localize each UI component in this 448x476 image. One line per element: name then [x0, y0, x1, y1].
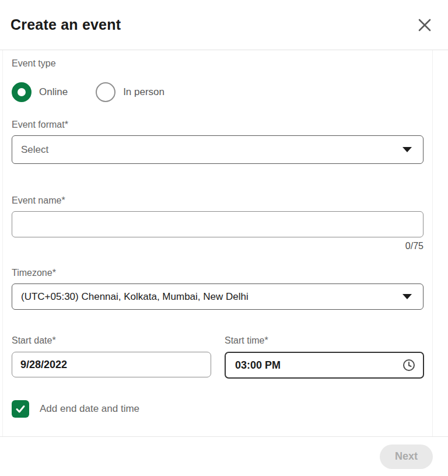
- field-start-datetime: Start date* Start time* 03:00 PM: [12, 335, 424, 379]
- start-time-value: 03:00 PM: [235, 359, 281, 372]
- start-date-label: Start date*: [12, 335, 211, 346]
- event-format-label: Event format*: [12, 120, 424, 130]
- event-name-label: Event name*: [12, 195, 424, 206]
- radio-option-in-person-label: In person: [123, 86, 164, 98]
- modal-footer: Next: [0, 436, 448, 476]
- event-type-radio-group: Online In person: [12, 82, 424, 102]
- end-datetime-checkbox[interactable]: [12, 400, 29, 418]
- clock-icon[interactable]: [402, 359, 415, 372]
- close-icon: [417, 18, 432, 33]
- field-timezone: Timezone* (UTC+05:30) Chennai, Kolkata, …: [12, 268, 424, 310]
- char-counter: 0/75: [12, 241, 424, 251]
- modal-header: Create an event: [0, 0, 448, 50]
- radio-option-in-person[interactable]: In person: [96, 82, 164, 102]
- radio-selected-icon: [12, 82, 32, 102]
- create-event-modal: Create an event Event type Online: [0, 0, 448, 476]
- caret-down-icon: [402, 294, 412, 299]
- event-format-select-value: Select: [21, 144, 48, 156]
- next-button[interactable]: Next: [380, 444, 433, 469]
- event-format-select[interactable]: Select: [12, 135, 424, 164]
- radio-option-online-label: Online: [39, 86, 68, 98]
- event-type-label: Event type: [12, 58, 424, 69]
- field-event-name: Event name* 0/75: [12, 195, 424, 251]
- field-end-datetime-toggle: Add end date and time: [12, 400, 424, 418]
- close-button[interactable]: [413, 13, 436, 37]
- checkmark-icon: [15, 403, 26, 415]
- field-event-type: Event type Online In person: [12, 58, 424, 102]
- radio-option-online[interactable]: Online: [12, 82, 68, 102]
- modal-content: Event type Online In person Event format…: [2, 50, 433, 436]
- timezone-select-value: (UTC+05:30) Chennai, Kolkata, Mumbai, Ne…: [21, 291, 249, 303]
- start-time-label: Start time*: [225, 335, 424, 346]
- modal-title: Create an event: [10, 16, 121, 33]
- timezone-select[interactable]: (UTC+05:30) Chennai, Kolkata, Mumbai, Ne…: [12, 284, 424, 310]
- start-date-input[interactable]: [12, 352, 211, 377]
- field-event-format: Event format* Select: [12, 120, 424, 164]
- start-time-column: Start time* 03:00 PM: [225, 335, 424, 379]
- radio-unselected-icon: [96, 82, 116, 102]
- event-name-input[interactable]: [12, 211, 424, 237]
- start-date-column: Start date*: [12, 335, 211, 379]
- caret-down-icon: [402, 147, 412, 152]
- start-time-input[interactable]: 03:00 PM: [225, 352, 424, 379]
- timezone-label: Timezone*: [12, 268, 424, 278]
- end-datetime-checkbox-label: Add end date and time: [40, 403, 139, 415]
